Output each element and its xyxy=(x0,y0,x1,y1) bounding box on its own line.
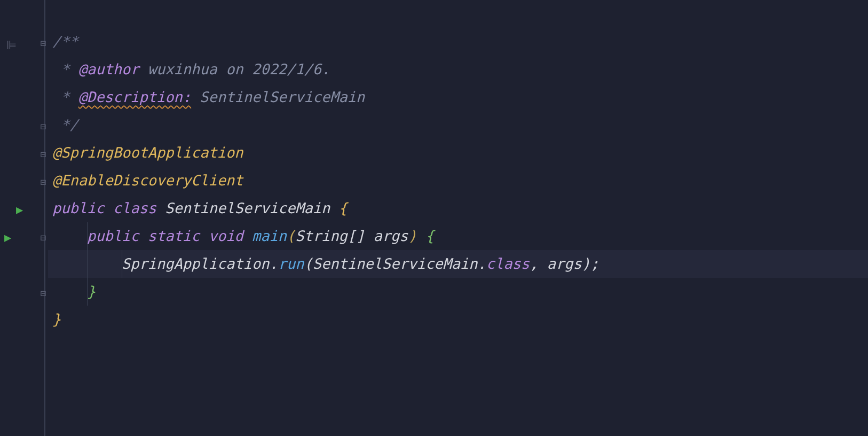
param-type: String[] xyxy=(295,228,365,244)
javadoc-author-text: wuxinhua on 2022/1/6. xyxy=(139,61,330,77)
fold-toggle-icon[interactable]: ⊟ xyxy=(39,150,48,158)
keyword-class: class xyxy=(113,200,156,216)
editor-gutter: ⊫ ⊟ ⊟ ⊟ ⊟ ⊟ ⊟ ▶ ▶ xyxy=(0,0,48,436)
close-brace: } xyxy=(52,311,61,328)
fold-toggle-icon[interactable]: ⊟ xyxy=(39,177,48,186)
fold-toggle-icon[interactable]: ⊟ xyxy=(39,38,48,47)
open-brace: { xyxy=(338,200,347,216)
structure-icon[interactable]: ⊫ xyxy=(6,38,17,52)
fold-toggle-icon[interactable]: ⊟ xyxy=(39,233,48,242)
paren-close: ) xyxy=(408,228,417,244)
method-main: main xyxy=(252,228,287,244)
javadoc-author-tag: @author xyxy=(78,61,139,77)
annotation-discovery: @EnableDiscoveryClient xyxy=(52,172,243,189)
code-line[interactable]: /** xyxy=(48,28,868,56)
keyword-class-literal: class xyxy=(486,255,530,272)
code-line[interactable]: public static void main(String[] args) { xyxy=(48,222,868,250)
paren-open: ( xyxy=(304,255,312,272)
code-line[interactable]: } xyxy=(48,306,868,333)
code-line[interactable]: @EnableDiscoveryClient xyxy=(48,167,868,194)
arg-args: args xyxy=(547,255,582,272)
class-ref: SpringApplication xyxy=(122,255,269,272)
indent-guide xyxy=(87,222,88,250)
comment-close: */ xyxy=(52,116,78,133)
method-run: run xyxy=(278,255,304,272)
gutter-divider xyxy=(44,0,45,436)
javadoc-description-text: SentinelServiceMain xyxy=(191,89,365,105)
comment-prefix: * xyxy=(52,89,78,105)
paren-open: ( xyxy=(287,228,295,244)
comment-prefix: * xyxy=(52,61,78,77)
code-line[interactable]: @SpringBootApplication xyxy=(48,139,868,167)
code-line[interactable]: */ xyxy=(48,111,868,139)
class-name: SentinelServiceMain xyxy=(165,200,330,216)
code-area[interactable]: /** * @author wuxinhua on 2022/1/6. * @D… xyxy=(48,0,868,436)
indent-guide xyxy=(122,250,122,278)
run-gutter-icon[interactable]: ▶ xyxy=(16,203,23,216)
fold-toggle-icon[interactable]: ⊟ xyxy=(39,122,48,130)
code-line[interactable]: * @author wuxinhua on 2022/1/6. xyxy=(48,56,868,83)
arg-class: SentinelServiceMain xyxy=(313,255,478,272)
code-editor[interactable]: ⊫ ⊟ ⊟ ⊟ ⊟ ⊟ ⊟ ▶ ▶ /** * @author wuxinhua… xyxy=(0,0,868,436)
annotation-springboot: @SpringBootApplication xyxy=(52,144,243,161)
keyword-static: static xyxy=(148,228,200,244)
param-name: args xyxy=(374,228,408,244)
code-line[interactable]: } xyxy=(48,278,868,306)
keyword-public: public xyxy=(87,228,139,244)
comma: , xyxy=(530,255,547,272)
code-line-active[interactable]: SpringApplication.run(SentinelServiceMai… xyxy=(48,250,868,278)
run-gutter-icon[interactable]: ▶ xyxy=(4,231,11,244)
code-line[interactable]: public class SentinelServiceMain { xyxy=(48,194,868,222)
dot: . xyxy=(269,255,278,272)
comment-open: /** xyxy=(52,33,78,50)
code-line[interactable]: * @Description: SentinelServiceMain xyxy=(48,83,868,111)
open-brace: { xyxy=(425,228,434,244)
code-line[interactable] xyxy=(48,0,868,28)
javadoc-description-tag: @Description: xyxy=(78,89,191,105)
paren-close: ) xyxy=(582,255,590,272)
indent-guide xyxy=(87,278,88,306)
keyword-void: void xyxy=(209,228,243,244)
semicolon: ; xyxy=(590,255,599,272)
fold-toggle-icon[interactable]: ⊟ xyxy=(39,289,48,297)
keyword-public: public xyxy=(52,200,105,216)
indent-guide xyxy=(87,250,88,278)
close-brace: } xyxy=(87,283,96,300)
dot: . xyxy=(478,255,486,272)
